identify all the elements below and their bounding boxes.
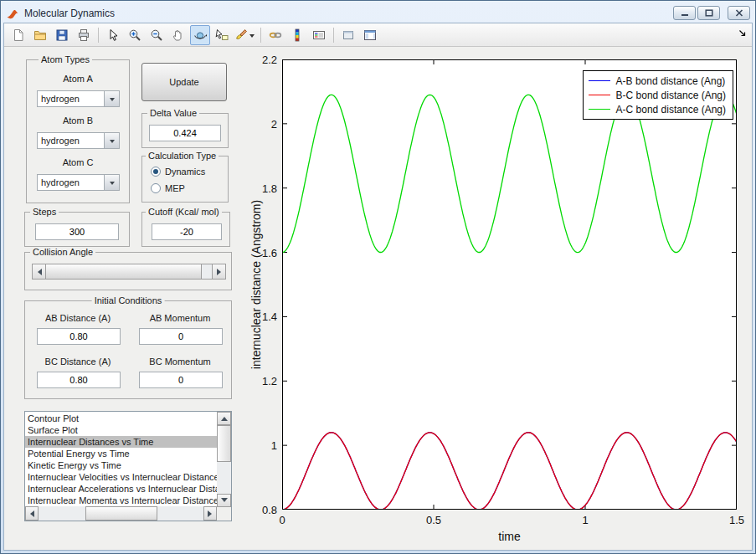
atom-a-value: hydrogen <box>41 94 80 104</box>
ab-distance-input[interactable] <box>37 328 121 345</box>
calculation-type-title: Calculation Type <box>146 151 219 161</box>
atom-c-dropdown[interactable]: hydrogen <box>37 174 120 191</box>
delta-value-input[interactable] <box>149 125 221 141</box>
brush-dropdown-arrow-icon[interactable] <box>249 34 255 40</box>
pan-button[interactable] <box>168 25 188 45</box>
delta-value-title: Delta Value <box>147 108 199 118</box>
collision-angle-panel: Collision Angle <box>24 252 232 290</box>
radio-mep[interactable]: MEP <box>151 183 185 193</box>
pan-icon <box>172 28 185 42</box>
zoom-out-button[interactable] <box>147 25 167 45</box>
toolbar-overflow-icon[interactable] <box>738 29 747 39</box>
legend-entry: A-B bond distance (Ang) <box>589 74 726 88</box>
cutoff-input[interactable] <box>152 223 222 240</box>
edit-plot-icon <box>106 28 120 42</box>
legend-entry-label: A-C bond distance (Ang) <box>616 104 726 115</box>
scrollbar-corner <box>217 507 231 521</box>
stage: Atom Types Atom A hydrogen Atom B hydrog… <box>4 47 752 550</box>
scroll-down-button[interactable] <box>217 494 231 507</box>
show-plot-tools-dock-button[interactable] <box>360 25 380 45</box>
legend-entry: A-C bond distance (Ang) <box>589 102 726 116</box>
print-figure-button[interactable] <box>74 25 94 45</box>
radio-dynamics-circle[interactable] <box>151 167 161 177</box>
list-item[interactable]: Contour Plot <box>25 413 217 424</box>
hide-plot-tools-button[interactable] <box>338 25 358 45</box>
horizontal-scroll-thumb[interactable] <box>85 506 157 521</box>
chevron-down-icon[interactable] <box>104 133 119 148</box>
zoom-in-button[interactable] <box>125 25 145 45</box>
close-button[interactable] <box>728 6 750 20</box>
list-item[interactable]: Internuclear Distances vs Time <box>25 436 217 448</box>
matlab-app-icon <box>6 7 19 20</box>
atom-b-dropdown[interactable]: hydrogen <box>37 132 120 149</box>
update-button[interactable]: Update <box>141 63 227 101</box>
toolbar-separator <box>333 28 334 43</box>
list-item[interactable]: Kinetic Energy vs Time <box>25 459 217 471</box>
radio-dynamics-label: Dynamics <box>165 167 205 177</box>
legend[interactable]: A-B bond distance (Ang)B-C bond distance… <box>583 70 733 120</box>
zoom-in-icon <box>128 28 141 42</box>
bc-momentum-label: BC Momentum <box>131 357 229 367</box>
titlebar: Molecular Dynamics <box>3 3 753 23</box>
list-horizontal-scrollbar[interactable] <box>25 506 217 521</box>
list-item[interactable]: Potential Energy vs Time <box>25 448 217 459</box>
list-item[interactable]: Internuclear Velocities vs Internuclear … <box>25 471 217 483</box>
data-cursor-button[interactable] <box>212 25 232 45</box>
list-item[interactable]: Internuclear Momenta vs Internuclear Dis… <box>25 495 217 506</box>
x-tick-label: 1.5 <box>720 514 753 526</box>
y-axis-label: internuclear distance (Angstrom) <box>249 200 263 369</box>
legend-entry-label: A-B bond distance (Ang) <box>616 75 726 87</box>
scroll-up-button[interactable] <box>217 412 231 425</box>
list-vertical-scrollbar[interactable] <box>217 412 231 507</box>
bc-distance-input[interactable] <box>37 372 121 388</box>
insert-colorbar-button[interactable] <box>287 25 307 45</box>
collision-angle-slider[interactable] <box>32 264 226 280</box>
slider-thumb[interactable] <box>46 264 202 280</box>
y-tick-label: 2 <box>242 118 277 131</box>
slider-left-arrow[interactable] <box>32 264 46 280</box>
minimize-button[interactable] <box>673 6 696 20</box>
x-tick-label: 0.5 <box>417 514 450 526</box>
close-icon <box>735 9 743 17</box>
delta-value-panel: Delta Value <box>141 113 229 148</box>
scroll-right-button[interactable] <box>203 506 217 521</box>
insert-legend-icon <box>312 28 326 42</box>
brush-data-button[interactable] <box>234 25 256 45</box>
chevron-down-icon[interactable] <box>104 91 119 106</box>
atom-b-label: Atom B <box>27 115 129 126</box>
list-item[interactable]: Surface Plot <box>25 424 217 436</box>
atom-a-label: Atom A <box>27 74 129 84</box>
atom-a-dropdown[interactable]: hydrogen <box>37 90 120 107</box>
slider-right-arrow[interactable] <box>212 264 226 280</box>
open-file-icon <box>33 28 47 42</box>
edit-plot-button[interactable] <box>103 25 123 45</box>
steps-input[interactable] <box>35 223 119 240</box>
maximize-button[interactable] <box>697 6 720 20</box>
radio-mep-circle[interactable] <box>151 183 161 193</box>
y-tick-label: 1 <box>242 439 277 452</box>
plot-type-listbox: Contour PlotSurface PlotInternuclear Dis… <box>24 411 232 521</box>
slider-track[interactable] <box>202 264 212 280</box>
link-plot-button[interactable] <box>265 25 285 45</box>
rotate-3d-button[interactable] <box>190 25 210 45</box>
ab-momentum-input[interactable] <box>139 328 223 345</box>
toolbar <box>4 23 752 47</box>
chevron-down-icon[interactable] <box>104 175 119 190</box>
save-figure-button[interactable] <box>52 25 72 45</box>
app-window: Molecular Dynamics Atom Types Atom A hyd… <box>0 0 756 554</box>
insert-legend-button[interactable] <box>309 25 329 45</box>
ab-bond-curve <box>282 433 737 510</box>
link-plot-icon <box>269 28 282 42</box>
initial-conditions-panel: Initial Conditions AB Distance (A) AB Mo… <box>24 300 232 399</box>
radio-dynamics[interactable]: Dynamics <box>151 167 205 177</box>
toolbar-separator <box>260 28 261 43</box>
vertical-scroll-thumb[interactable] <box>217 425 231 462</box>
atom-c-value: hydrogen <box>41 177 80 187</box>
open-file-button[interactable] <box>30 25 50 45</box>
scroll-left-button[interactable] <box>25 506 39 521</box>
new-figure-button[interactable] <box>8 25 28 45</box>
bc-momentum-input[interactable] <box>139 372 223 388</box>
list-item[interactable]: Internuclear Accelerations vs Internucle… <box>25 483 217 495</box>
plot-canvas[interactable] <box>282 59 737 510</box>
atom-types-panel: Atom Types Atom A hydrogen Atom B hydrog… <box>26 59 130 203</box>
